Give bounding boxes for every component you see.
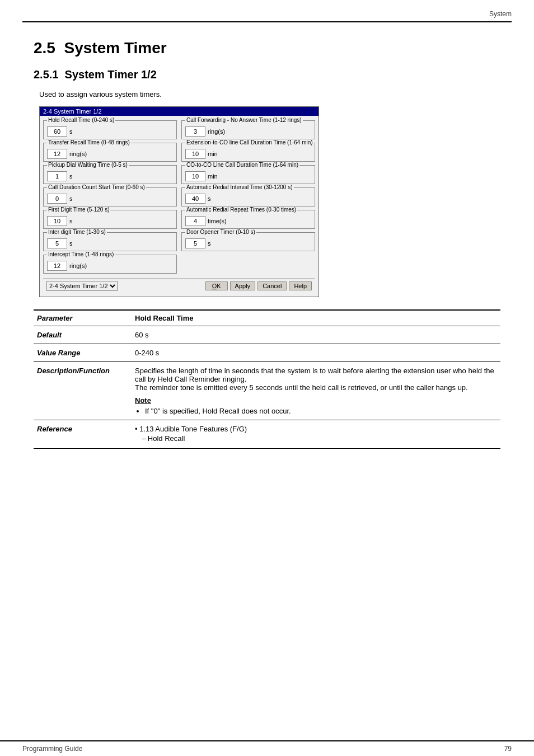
param-col2-header: Hold Recall Time <box>132 310 500 326</box>
page-footer: Programming Guide 79 <box>0 740 534 756</box>
dialog-body: Hold Recall Time (0-240 s) s Transfer Re… <box>40 116 318 297</box>
dialog-box: 2-4 System Timer 1/2 Hold Recall Time (0… <box>39 106 319 297</box>
intercept-unit: ring(s) <box>69 262 87 269</box>
field-auto-redial-interval: Automatic Redial Interval Time (30-1200 … <box>181 187 315 206</box>
first-digit-input[interactable] <box>47 216 67 226</box>
cf-no-answer-input[interactable] <box>185 126 205 137</box>
field-auto-redial-repeat-label: Automatic Redial Repeat Times (0-30 time… <box>185 206 297 213</box>
dialog-left-col: Hold Recall Time (0-240 s) s Transfer Re… <box>43 120 177 277</box>
field-door-opener: Door Opener Timer (0-10 s) s <box>181 232 315 251</box>
field-auto-redial-interval-input-row: s <box>185 194 311 204</box>
table-row-default: Default 60 s <box>34 326 500 344</box>
dialog-footer-label: 2-4 System Timer 1/2 <box>46 281 202 291</box>
field-ext-co-duration-input-row: min <box>185 149 311 159</box>
field-inter-digit-label: Inter digit Time (1-30 s) <box>47 229 107 235</box>
description-value: Specifies the length of time in seconds … <box>132 362 500 420</box>
table-row-reference: Reference • 1.13 Audible Tone Features (… <box>34 420 500 449</box>
cancel-button[interactable]: Cancel <box>257 281 287 290</box>
table-row-value-range: Value Range 0-240 s <box>34 344 500 362</box>
page-header: System <box>0 0 534 21</box>
value-range-label: Value Range <box>34 344 132 362</box>
ref-list: • 1.13 Audible Tone Features (F/G) – Hol… <box>135 425 497 443</box>
hold-recall-input[interactable] <box>47 126 67 137</box>
field-co-co-duration-input-row: min <box>185 171 311 181</box>
dialog-footer: 2-4 System Timer 1/2 OK Apply Cancel Hel… <box>43 278 315 293</box>
param-col1-header: Parameter <box>34 310 132 326</box>
cf-no-answer-unit: ring(s) <box>208 128 225 135</box>
field-hold-recall-input-row: s <box>47 126 173 137</box>
field-transfer-recall-input-row: ring(s) <box>47 149 173 159</box>
auto-redial-repeat-input[interactable] <box>185 216 205 226</box>
subsection-title: 2.5.1 System Timer 1/2 <box>34 68 500 81</box>
main-content: 2.5 System Timer 2.5.1 System Timer 1/2 … <box>0 39 534 449</box>
field-intercept: Intercept Time (1-48 rings) ring(s) <box>43 255 177 274</box>
first-digit-unit: s <box>69 218 73 224</box>
door-opener-input[interactable] <box>185 238 205 248</box>
inter-digit-unit: s <box>69 240 73 247</box>
default-value: 60 s <box>132 326 500 344</box>
field-inter-digit-input-row: s <box>47 238 173 248</box>
co-co-duration-unit: min <box>208 173 218 180</box>
field-ext-co-duration-label: Extension-to-CO line Call Duration Time … <box>185 139 314 145</box>
intercept-input[interactable] <box>47 261 67 271</box>
intro-text: Used to assign various system timers. <box>39 90 500 98</box>
param-table: Parameter Hold Recall Time Default 60 s … <box>34 309 500 449</box>
ext-co-duration-unit: min <box>208 151 218 157</box>
call-duration-input[interactable] <box>47 194 67 204</box>
dialog-fields-row: Hold Recall Time (0-240 s) s Transfer Re… <box>43 120 315 277</box>
footer-left: Programming Guide <box>22 745 82 753</box>
field-cf-no-answer-input-row: ring(s) <box>185 126 311 137</box>
dialog-button-group: OK Apply Cancel Help <box>205 281 312 290</box>
ref-item-2: – Hold Recall <box>135 434 497 443</box>
apply-button[interactable]: Apply <box>230 281 256 290</box>
help-button[interactable]: Help <box>289 281 312 290</box>
field-auto-redial-repeat-input-row: time(s) <box>185 216 311 226</box>
co-co-duration-input[interactable] <box>185 171 205 181</box>
auto-redial-interval-input[interactable] <box>185 194 205 204</box>
section-title: 2.5 System Timer <box>34 39 500 57</box>
field-transfer-recall-label: Transfer Recall Time (0-48 rings) <box>47 139 131 145</box>
dialog-footer-select[interactable]: 2-4 System Timer 1/2 <box>46 281 118 291</box>
ref-item-1: • 1.13 Audible Tone Features (F/G) <box>135 425 497 433</box>
field-ext-co-duration: Extension-to-CO line Call Duration Time … <box>181 143 315 162</box>
dialog-titlebar: 2-4 System Timer 1/2 <box>40 107 318 116</box>
field-intercept-input-row: ring(s) <box>47 261 173 271</box>
value-range-value: 0-240 s <box>132 344 500 362</box>
note-item: If "0" is specified, Hold Recall does no… <box>145 407 497 415</box>
field-first-digit-input-row: s <box>47 216 173 226</box>
call-duration-unit: s <box>69 195 73 202</box>
field-pickup-dial-label: Pickup Dial Waiting Time (0-5 s) <box>47 162 129 168</box>
field-co-co-duration-label: CO-to-CO Line Call Duration Time (1-64 m… <box>185 162 299 168</box>
field-inter-digit: Inter digit Time (1-30 s) s <box>43 232 177 251</box>
field-call-duration-input-row: s <box>47 194 173 204</box>
header-rule <box>22 21 512 22</box>
footer-right: 79 <box>504 745 512 753</box>
hold-recall-unit: s <box>69 128 73 135</box>
ok-button[interactable]: OK <box>205 281 228 290</box>
field-transfer-recall: Transfer Recall Time (0-48 rings) ring(s… <box>43 143 177 162</box>
note-label: Note <box>135 396 497 405</box>
field-door-opener-label: Door Opener Timer (0-10 s) <box>185 229 256 235</box>
field-first-digit-label: First Digit Time (5-120 s) <box>47 206 110 213</box>
note-list: If "0" is specified, Hold Recall does no… <box>145 407 497 415</box>
field-cf-no-answer: Call Forwarding - No Answer Time (1-12 r… <box>181 120 315 139</box>
field-door-opener-input-row: s <box>185 238 311 248</box>
param-table-header: Parameter Hold Recall Time <box>34 310 500 326</box>
field-hold-recall-label: Hold Recall Time (0-240 s) <box>47 117 115 123</box>
field-cf-no-answer-label: Call Forwarding - No Answer Time (1-12 r… <box>185 117 303 123</box>
pickup-dial-input[interactable] <box>47 171 67 181</box>
field-pickup-dial: Pickup Dial Waiting Time (0-5 s) s <box>43 165 177 184</box>
auto-redial-repeat-unit: time(s) <box>208 218 227 224</box>
field-hold-recall: Hold Recall Time (0-240 s) s <box>43 120 177 139</box>
ext-co-duration-input[interactable] <box>185 149 205 159</box>
pickup-dial-unit: s <box>69 173 73 180</box>
transfer-recall-input[interactable] <box>47 149 67 159</box>
header-label: System <box>489 10 512 18</box>
field-co-co-duration: CO-to-CO Line Call Duration Time (1-64 m… <box>181 165 315 184</box>
dialog-right-col: Call Forwarding - No Answer Time (1-12 r… <box>181 120 315 277</box>
transfer-recall-unit: ring(s) <box>69 151 87 157</box>
auto-redial-interval-unit: s <box>208 195 211 202</box>
inter-digit-input[interactable] <box>47 238 67 248</box>
default-label: Default <box>34 326 132 344</box>
field-first-digit: First Digit Time (5-120 s) s <box>43 210 177 229</box>
